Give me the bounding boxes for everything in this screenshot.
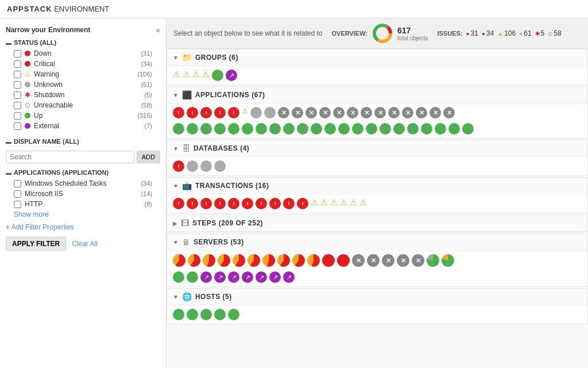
tx-r-10[interactable]: ! [297, 198, 308, 209]
hosts-section-header[interactable]: ▼ 🌐 HOSTS (5) [167, 289, 587, 305]
srv-nav-2[interactable]: ↗ [214, 271, 226, 283]
app-g-11[interactable] [311, 123, 322, 135]
srv-nav-4[interactable]: ↗ [242, 271, 253, 283]
applications-section-header[interactable]: ▼ ⬛ APPLICATIONS (67) [167, 87, 587, 103]
status-checkbox-unreachable[interactable] [14, 102, 21, 109]
app-red-3[interactable]: ! [200, 107, 212, 118]
app-x-9[interactable]: ✕ [388, 107, 400, 118]
transactions-section-header[interactable]: ▼ 📺 TRANSACTIONS (16) [167, 178, 587, 194]
add-filter-link[interactable]: + Add Filter Properties [0, 220, 166, 235]
steps-section-header[interactable]: ▶ 🎞 STEPS (209 OF 252) [167, 215, 587, 232]
apply-filter-button[interactable]: APPLY FILTER [6, 237, 66, 251]
srv-green-pie-2[interactable] [442, 254, 454, 267]
status-item-down[interactable]: Down (31) [0, 48, 166, 59]
app-g-2[interactable] [187, 123, 198, 135]
app-red-2[interactable]: ! [187, 107, 198, 118]
srv-nav-7[interactable]: ↗ [283, 271, 295, 283]
srv-pie-6[interactable] [247, 254, 260, 267]
app-x-4[interactable]: ✕ [319, 107, 331, 118]
tx-r-8[interactable]: ! [269, 198, 281, 209]
app-item-wst[interactable]: Windows Scheduled Tasks (34) [0, 178, 166, 189]
app-red-5[interactable]: ! [228, 107, 239, 118]
srv-x-1[interactable]: ✕ [352, 254, 365, 267]
tx-r-7[interactable]: ! [256, 198, 267, 209]
app-g-18[interactable] [407, 123, 419, 135]
group-warn-4[interactable]: ⚠ [202, 70, 210, 81]
app-filter-section-title[interactable]: ▬ APPLICATIONS (APPLICATION) [0, 167, 166, 178]
status-item-unreachable[interactable]: ⊙ Unreachable (58) [0, 100, 166, 110]
servers-section-header[interactable]: ▼ 🖥 SERVERS (53) [167, 234, 587, 251]
srv-nav-3[interactable]: ↗ [228, 271, 239, 283]
app-checkbox-iis[interactable] [14, 190, 21, 198]
tx-w-1[interactable]: ⚠ [311, 198, 318, 209]
status-item-warning[interactable]: ⚠ Warning (106) [0, 69, 166, 79]
srv-pie-7[interactable] [262, 254, 275, 267]
app-x-1[interactable]: ✕ [278, 107, 289, 118]
tx-r-5[interactable]: ! [228, 198, 239, 209]
tx-r-3[interactable]: ! [200, 198, 212, 209]
app-g-22[interactable] [462, 123, 474, 135]
status-item-external[interactable]: External (7) [0, 121, 166, 131]
tx-w-2[interactable]: ⚠ [320, 198, 328, 209]
srv-x-5[interactable]: ✕ [412, 254, 424, 267]
app-warn-1[interactable]: ⚠ [242, 107, 248, 118]
app-g-5[interactable] [228, 123, 239, 135]
app-red-1[interactable]: ! [173, 107, 184, 118]
app-g-19[interactable] [421, 123, 432, 135]
app-item-iis[interactable]: Microsoft IIS (14) [0, 189, 166, 199]
add-button[interactable]: ADD [137, 151, 160, 163]
app-gray-1[interactable] [250, 107, 262, 118]
group-warn-1[interactable]: ⚠ [173, 70, 180, 81]
group-warn-3[interactable]: ⚠ [192, 70, 200, 81]
db-gray-1[interactable] [187, 160, 198, 172]
app-g-17[interactable] [393, 123, 405, 135]
status-checkbox-up[interactable] [14, 112, 21, 120]
app-g-3[interactable] [200, 123, 212, 135]
srv-nav-1[interactable]: ↗ [200, 271, 212, 283]
db-gray-2[interactable] [200, 160, 212, 172]
host-g-1[interactable] [173, 309, 184, 320]
host-g-2[interactable] [187, 309, 198, 320]
db-gray-3[interactable] [214, 160, 226, 172]
srv-green-pie-1[interactable] [427, 254, 439, 267]
app-g-4[interactable] [214, 123, 226, 135]
app-checkbox-wst[interactable] [14, 180, 21, 187]
status-checkbox-critical[interactable] [14, 60, 21, 68]
srv-pie-2[interactable] [188, 254, 200, 267]
srv-pie-3[interactable] [203, 254, 215, 267]
tx-w-5[interactable]: ⚠ [350, 198, 357, 209]
app-g-15[interactable] [366, 123, 377, 135]
tx-r-4[interactable]: ! [214, 198, 226, 209]
status-checkbox-unknown[interactable] [14, 81, 21, 89]
srv-pie-10[interactable] [307, 254, 320, 267]
tx-r-9[interactable]: ! [283, 198, 295, 209]
host-g-3[interactable] [200, 309, 212, 320]
app-x-12[interactable]: ✕ [430, 107, 441, 118]
srv-pie-5[interactable] [233, 254, 245, 267]
srv-pie-8[interactable] [277, 254, 290, 267]
app-g-12[interactable] [324, 123, 336, 135]
app-x-13[interactable]: ✕ [443, 107, 455, 118]
status-item-shutdown[interactable]: ✱ Shutdown (5) [0, 90, 166, 100]
databases-section-header[interactable]: ▼ 🗄 DATABASES (4) [167, 140, 587, 157]
app-g-21[interactable] [448, 123, 460, 135]
app-x-7[interactable]: ✕ [361, 107, 372, 118]
srv-x-2[interactable]: ✕ [367, 254, 380, 267]
srv-x-3[interactable]: ✕ [382, 254, 394, 267]
app-x-2[interactable]: ✕ [292, 107, 303, 118]
app-g-14[interactable] [352, 123, 363, 135]
app-g-6[interactable] [242, 123, 253, 135]
app-x-8[interactable]: ✕ [374, 107, 386, 118]
app-g-1[interactable] [173, 123, 184, 135]
app-g-13[interactable] [338, 123, 350, 135]
app-g-20[interactable] [435, 123, 446, 135]
status-checkbox-shutdown[interactable] [14, 91, 21, 99]
search-input[interactable] [6, 151, 134, 163]
group-warn-2[interactable]: ⚠ [183, 70, 190, 81]
app-x-10[interactable]: ✕ [402, 107, 413, 118]
app-g-9[interactable] [283, 123, 295, 135]
groups-section-header[interactable]: ▼ 📁 GROUPS (6) [167, 49, 587, 66]
app-gray-2[interactable] [264, 107, 276, 118]
tx-r-6[interactable]: ! [242, 198, 253, 209]
tx-w-4[interactable]: ⚠ [340, 198, 347, 209]
